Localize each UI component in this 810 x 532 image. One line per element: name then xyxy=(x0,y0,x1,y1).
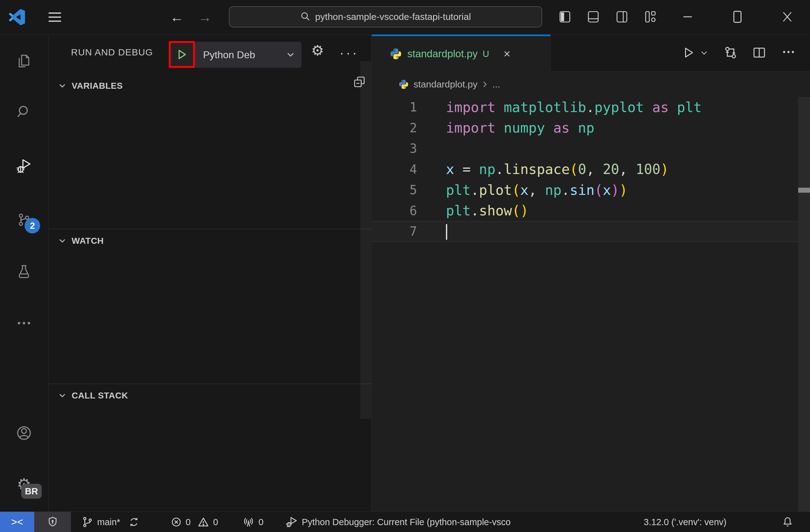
section-label: WATCH xyxy=(71,236,104,246)
vscode-window: ← → python-sample-vscode-fastapi-tutoria… xyxy=(0,0,810,532)
sidebar-item-source-control[interactable] xyxy=(0,203,48,237)
code-line[interactable]: 6plt.show() xyxy=(372,200,798,221)
sidebar-item-search[interactable] xyxy=(0,95,48,129)
section-label: CALL STACK xyxy=(71,391,128,401)
error-count: 0 xyxy=(185,517,191,527)
code-line[interactable]: 7 xyxy=(372,221,798,242)
forward-arrow-icon[interactable]: → xyxy=(198,9,212,26)
toggle-primary-sidebar-button[interactable] xyxy=(556,8,573,26)
problems-status-item[interactable]: 0 0 xyxy=(171,512,218,532)
workspace-trust-button[interactable] xyxy=(34,512,71,532)
editor-scrollbar[interactable] xyxy=(798,97,810,512)
section-header-watch[interactable]: WATCH xyxy=(49,231,371,251)
line-number[interactable]: 6 xyxy=(372,204,417,218)
line-number[interactable]: 7 xyxy=(372,224,417,238)
run-options-chevron-icon[interactable] xyxy=(701,51,708,56)
vscode-logo-icon xyxy=(8,9,26,26)
accounts-button[interactable] xyxy=(0,416,48,450)
sidebar-item-more-views[interactable] xyxy=(0,306,48,340)
code-line[interactable]: 4x = np.linspace(0, 20, 100) xyxy=(372,159,798,180)
open-changes-icon[interactable] xyxy=(724,46,738,60)
ellipsis-icon xyxy=(16,321,31,325)
line-number[interactable]: 1 xyxy=(372,100,417,114)
python-interpreter-item[interactable]: 3.12.0 ('.venv': venv) xyxy=(644,512,727,532)
debug-status-item[interactable]: Python Debugger: Current File (python-sa… xyxy=(286,512,511,532)
debug-configuration-dropdown[interactable]: Python Deb xyxy=(195,42,302,68)
remote-indicator[interactable]: >< xyxy=(0,512,34,532)
code-line[interactable]: 2import numpy as np xyxy=(372,118,798,138)
debug-settings-gear-icon[interactable]: ⚙ xyxy=(311,43,324,57)
line-number[interactable]: 4 xyxy=(372,162,417,177)
section-divider xyxy=(49,229,371,229)
code-lines: 1import matplotlib.pyplot as plt2import … xyxy=(372,97,798,512)
close-tab-icon[interactable] xyxy=(503,50,511,58)
tab-standardplot-py[interactable]: standardplot.py U xyxy=(372,35,551,71)
sync-icon xyxy=(128,516,140,528)
git-branch-icon xyxy=(82,516,94,528)
code-line[interactable]: 5plt.plot(x, np.sin(x)) xyxy=(372,180,798,200)
branch-status-item[interactable]: main* xyxy=(82,512,140,532)
toggle-panel-button[interactable] xyxy=(585,8,602,26)
warning-count: 0 xyxy=(213,517,218,527)
maximize-button[interactable] xyxy=(729,8,746,26)
back-arrow-icon[interactable]: ← xyxy=(170,9,184,26)
section-header-call-stack[interactable]: CALL STACK xyxy=(49,385,371,406)
section-divider xyxy=(49,383,371,384)
explorer-icon xyxy=(16,53,31,68)
editor-more-actions[interactable] xyxy=(782,50,795,54)
search-icon xyxy=(16,104,31,119)
ports-status-item[interactable]: 0 xyxy=(242,512,263,532)
code-line[interactable]: 1import matplotlib.pyplot as plt xyxy=(372,97,798,118)
overview-ruler-cursor-mark xyxy=(798,188,810,193)
line-content: import numpy as np xyxy=(446,120,595,136)
title-bar: ← → python-sample-vscode-fastapi-tutoria… xyxy=(0,0,810,35)
split-editor-icon[interactable] xyxy=(752,46,766,60)
customize-layout-button[interactable] xyxy=(642,8,659,26)
chevron-down-icon xyxy=(59,393,66,398)
line-number[interactable]: 3 xyxy=(372,141,417,156)
menu-icon[interactable] xyxy=(47,11,63,24)
status-bar: >< main* xyxy=(0,512,810,532)
code-line[interactable]: 3 xyxy=(372,138,798,159)
modified-indicator: U xyxy=(483,49,489,59)
search-value: python-sample-vscode-fastapi-tutorial xyxy=(315,12,471,22)
section-label: VARIABLES xyxy=(71,81,123,91)
line-number[interactable]: 5 xyxy=(372,183,417,197)
chevron-down-icon xyxy=(59,83,66,88)
text-cursor xyxy=(446,224,447,240)
warning-icon xyxy=(197,516,209,528)
sidebar-scrollbar[interactable] xyxy=(360,61,371,419)
breadcrumb-file[interactable]: standardplot.py xyxy=(414,79,477,90)
sidebar-item-run-and-debug[interactable] xyxy=(0,149,48,183)
sidebar-item-explorer[interactable] xyxy=(0,44,48,78)
toggle-secondary-sidebar-button[interactable] xyxy=(613,8,631,26)
sidebar-item-testing[interactable] xyxy=(0,255,48,289)
line-content: plt.show() xyxy=(446,203,529,218)
breadcrumb-symbol[interactable]: ... xyxy=(492,79,500,90)
close-window-button[interactable] xyxy=(779,8,796,26)
play-icon xyxy=(176,49,188,61)
command-center-search[interactable]: python-sample-vscode-fastapi-tutorial xyxy=(229,6,542,28)
editor-group: standardplot.py U xyxy=(372,35,810,512)
notifications-bell-button[interactable] xyxy=(782,512,794,532)
debug-views-more-actions[interactable]: ··· xyxy=(339,45,359,61)
line-content xyxy=(446,223,447,240)
shield-icon xyxy=(47,515,59,529)
run-python-file-button[interactable] xyxy=(683,46,695,60)
line-content: import matplotlib.pyplot as plt xyxy=(446,99,702,115)
tab-label: standardplot.py xyxy=(407,48,478,60)
radio-tower-icon xyxy=(242,516,255,528)
search-icon xyxy=(300,12,311,22)
activity-bar: 2 ⚙ BR xyxy=(0,35,49,512)
minimize-button[interactable] xyxy=(679,8,696,26)
tab-bar: standardplot.py U xyxy=(372,35,810,71)
start-debugging-button[interactable] xyxy=(169,41,195,68)
line-number[interactable]: 2 xyxy=(372,121,417,135)
line-content: x = np.linspace(0, 20, 100) xyxy=(446,161,669,177)
debug-configuration-label: Python Deb xyxy=(203,49,287,61)
debug-icon xyxy=(16,159,32,174)
section-header-variables[interactable]: VARIABLES xyxy=(49,76,371,96)
bell-icon xyxy=(782,516,794,528)
line-content: plt.plot(x, np.sin(x)) xyxy=(446,182,628,198)
ports-count: 0 xyxy=(258,517,263,527)
